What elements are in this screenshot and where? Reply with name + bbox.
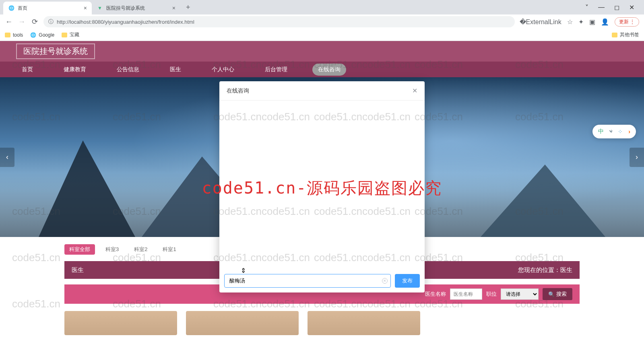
bookmark-treasure[interactable]: 宝藏 — [62, 31, 79, 38]
forward-button[interactable]: → — [18, 18, 26, 26]
vue-icon: ▼ — [97, 5, 103, 11]
chat-body[interactable] — [219, 100, 425, 269]
window-controls: ˅ — ◻ ✕ — [585, 4, 641, 11]
other-bookmarks[interactable]: 其他书签 — [612, 31, 639, 38]
ime-more-icon[interactable]: ⁘ — [618, 128, 623, 135]
bookmark-tools[interactable]: tools — [5, 32, 23, 38]
modal-overlay: 在线咨询 ✕ ✕ 发布 — [0, 41, 644, 346]
browser-tab-1[interactable]: ▼ 医院挂号就诊系统 × — [92, 2, 180, 14]
chevron-down-icon[interactable]: ˅ — [585, 4, 588, 11]
globe-icon: 🌐 — [30, 32, 36, 38]
share-icon[interactable]: �ExternalLink — [520, 18, 561, 26]
maximize-icon[interactable]: ◻ — [614, 4, 619, 11]
bookmark-bar: tools 🌐Google 宝藏 其他书签 — [0, 29, 644, 41]
ime-toolbar[interactable]: 中 ༄ ⁘ › — [592, 125, 636, 138]
extensions-icon[interactable]: ✦ — [578, 18, 584, 26]
chevron-right-icon[interactable]: › — [628, 128, 630, 135]
modal-footer: ✕ 发布 — [219, 269, 425, 292]
address-bar: ← → ⟳ ⓘ http://localhost:8080/yiyuanguan… — [0, 14, 644, 29]
clear-icon[interactable]: ✕ — [382, 278, 388, 284]
online-consult-modal: 在线咨询 ✕ ✕ 发布 — [219, 81, 425, 292]
reload-button[interactable]: ⟳ — [31, 17, 39, 26]
update-button[interactable]: 更新 ⋮ — [615, 17, 639, 27]
tab-title: 首页 — [18, 5, 27, 12]
browser-tab-0[interactable]: 🌐 首页 × — [3, 2, 92, 14]
tab-title: 医院挂号就诊系统 — [106, 5, 145, 12]
close-icon[interactable]: ✕ — [412, 87, 417, 95]
minimize-icon[interactable]: — — [598, 4, 605, 11]
bookmark-google[interactable]: 🌐Google — [30, 32, 54, 38]
modal-header: 在线咨询 ✕ — [219, 81, 425, 100]
globe-icon: 🌐 — [8, 5, 14, 11]
star-icon[interactable]: ☆ — [567, 18, 573, 26]
profile-icon[interactable]: 👤 — [601, 18, 609, 26]
browser-chrome: 🌐 首页 × ▼ 医院挂号就诊系统 × + ˅ — ◻ ✕ ← → ⟳ ⓘ ht… — [0, 0, 644, 41]
ime-lang[interactable]: 中 — [598, 128, 604, 135]
back-button[interactable]: ← — [5, 18, 13, 26]
close-window-icon[interactable]: ✕ — [629, 4, 634, 11]
chat-input[interactable] — [224, 274, 391, 288]
folder-icon — [5, 33, 10, 37]
modal-title: 在线咨询 — [227, 87, 249, 95]
tab-bar: 🌐 首页 × ▼ 医院挂号就诊系统 × + ˅ — ◻ ✕ — [0, 0, 644, 14]
folder-icon — [62, 33, 67, 37]
url-text: http://localhost:8080/yiyuanguanhaojiuzh… — [57, 19, 194, 25]
new-tab-button[interactable]: + — [183, 2, 194, 13]
send-button[interactable]: 发布 — [395, 274, 420, 288]
folder-icon — [612, 33, 617, 37]
url-input[interactable]: ⓘ http://localhost:8080/yiyuanguanhaojiu… — [43, 16, 515, 27]
close-icon[interactable]: × — [84, 5, 87, 11]
sidepanel-icon[interactable]: ▣ — [589, 18, 595, 26]
info-icon: ⓘ — [48, 18, 54, 25]
close-icon[interactable]: × — [172, 5, 175, 11]
moon-icon[interactable]: ༄ — [609, 128, 612, 135]
